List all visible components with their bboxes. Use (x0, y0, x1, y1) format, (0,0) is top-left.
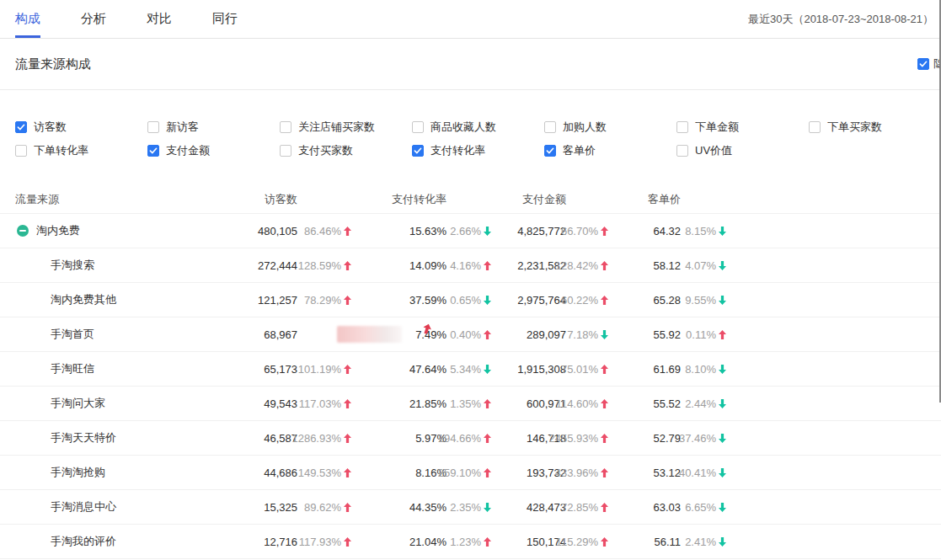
tab-list: 构成分析对比同行 (15, 0, 278, 38)
metric-checkbox-0-0[interactable]: 访客数 (15, 115, 147, 139)
metric-checkbox-label: 下单金额 (695, 120, 739, 135)
checkbox-unchecked-icon[interactable] (15, 145, 27, 157)
metric-value: 53.12 (608, 467, 681, 479)
checkbox-unchecked-icon[interactable] (147, 121, 159, 133)
table-row: 手淘问大家49,543117.03%21.85%1.35%600,971114.… (0, 387, 941, 421)
metric-value: 15.63% (351, 225, 446, 237)
checkbox-unchecked-icon[interactable] (280, 145, 291, 157)
metric-checkbox-0-4[interactable]: 加购人数 (544, 115, 676, 139)
checkbox-unchecked-icon[interactable] (676, 121, 688, 133)
metric-checkbox-1-4[interactable]: 客单价 (544, 139, 676, 163)
metric-change: 115.29% (566, 536, 608, 548)
checkbox-unchecked-icon[interactable] (544, 121, 556, 133)
tabbar: 构成分析对比同行 最近30天（2018-07-23~2018-08-21） (0, 0, 941, 39)
metric-checkbox-label: 访客数 (34, 120, 67, 135)
down-arrow-icon (601, 330, 608, 339)
metric-checkbox-0-3[interactable]: 商品收藏人数 (412, 115, 544, 139)
hide-toggle[interactable]: 隐 (917, 39, 941, 89)
source-name-cell: 淘内免费其他 (0, 292, 215, 307)
down-arrow-icon (484, 503, 491, 512)
metric-checkbox-1-3[interactable]: 支付转化率 (412, 139, 544, 163)
table-row: 淘内免费480,10586.46%15.63%2.66%4,825,77266.… (0, 214, 941, 248)
table-body: 淘内免费480,10586.46%15.63%2.66%4,825,77266.… (0, 214, 941, 559)
metric-value: 150,174 (491, 536, 566, 548)
checkbox-unchecked-icon[interactable] (412, 121, 424, 133)
metric-checkbox-1-1[interactable]: 支付金额 (147, 139, 280, 163)
source-name-cell: 手淘消息中心 (0, 499, 215, 515)
tab-1[interactable]: 分析 (81, 0, 106, 38)
metric-change: 2.41% (681, 536, 726, 548)
checkbox-checked-icon[interactable] (412, 145, 424, 157)
down-arrow-icon (719, 468, 726, 477)
checkbox-unchecked-icon[interactable] (280, 121, 291, 133)
metric-value: 5.97% (351, 432, 446, 445)
source-name: 手淘淘抢购 (51, 465, 105, 480)
metric-checkbox-label: 下单转化率 (34, 143, 88, 158)
metric-checkbox-0-6[interactable]: 下单买家数 (809, 115, 941, 139)
up-arrow-icon (344, 365, 351, 374)
checkbox-unchecked-icon[interactable] (676, 145, 688, 157)
metric-change: 114.60% (566, 397, 608, 410)
metric-change: 128.42% (566, 259, 608, 272)
metric-value: 58.12 (608, 259, 681, 272)
metric-value: 44.35% (351, 501, 446, 514)
metric-value: 21.85% (351, 397, 446, 410)
down-arrow-icon (484, 365, 491, 374)
source-name-cell: 手淘我的评价 (0, 534, 215, 549)
metric-change: 2.44% (681, 397, 726, 410)
source-name: 手淘旺信 (51, 361, 94, 376)
metric-change: 1286.93% (297, 432, 351, 445)
checkbox-checked-icon[interactable] (15, 121, 27, 133)
metric-checkbox-1-5[interactable]: UV价值 (676, 139, 809, 163)
source-name: 手淘问大家 (51, 396, 105, 411)
up-arrow-icon (344, 503, 351, 512)
metric-checkbox-0-1[interactable]: 新访客 (147, 115, 280, 139)
metric-change: 6.65% (681, 501, 726, 514)
up-arrow-icon (344, 537, 351, 547)
page-title: 流量来源构成 (15, 56, 91, 72)
checkbox-checked-icon[interactable] (147, 145, 159, 157)
down-arrow-icon (719, 537, 726, 547)
down-arrow-icon (719, 261, 726, 270)
metric-value: 12,716 (215, 536, 297, 548)
metric-checkbox-label: 支付转化率 (430, 143, 485, 158)
metric-checkbox-0-2[interactable]: 关注店铺买家数 (280, 115, 412, 139)
source-name-cell: 手淘天天特价 (0, 430, 215, 445)
down-arrow-icon (719, 227, 726, 236)
column-header-3: 支付金额 (491, 192, 566, 207)
column-header-source: 流量来源 (0, 192, 215, 207)
metric-checkbox-1-2[interactable]: 支付买家数 (280, 139, 412, 163)
checkbox-checked-icon[interactable] (544, 145, 556, 157)
metric-change: 101.19% (297, 363, 351, 376)
checkbox-checked-icon[interactable] (917, 58, 929, 70)
up-arrow-icon (601, 227, 608, 236)
collapse-toggle-icon[interactable] (17, 225, 29, 237)
metric-value: 52.79 (608, 432, 681, 445)
down-arrow-icon (484, 227, 491, 236)
metric-value: 15,325 (215, 501, 297, 514)
date-range-picker[interactable]: 最近30天（2018-07-23~2018-08-21） (748, 0, 933, 39)
down-arrow-icon (719, 434, 726, 443)
metric-change: 149.53% (297, 467, 351, 479)
metric-checkbox-1-0[interactable]: 下单转化率 (15, 139, 147, 163)
tab-2[interactable]: 对比 (147, 0, 172, 38)
tab-0[interactable]: 构成 (15, 0, 40, 38)
metric-value: 61.69 (608, 363, 681, 376)
metric-checkbox-label: 下单买家数 (827, 120, 882, 135)
up-arrow-icon (484, 330, 491, 339)
redacted-blur (337, 326, 402, 343)
up-arrow-icon (719, 330, 726, 339)
metric-checkbox-label: 加购人数 (563, 120, 607, 135)
up-arrow-icon (484, 537, 491, 547)
checkbox-unchecked-icon[interactable] (809, 121, 821, 133)
down-arrow-icon (484, 296, 491, 305)
tab-3[interactable]: 同行 (212, 0, 238, 38)
up-arrow-icon (601, 537, 608, 547)
metric-change: 4.07% (681, 259, 726, 272)
metric-checkbox-0-5[interactable]: 下单金额 (676, 115, 809, 139)
column-header-1: 访客数 (215, 192, 297, 207)
metric-value: 49,543 (215, 397, 297, 410)
up-arrow-icon (344, 296, 351, 305)
metric-value: 21.04% (351, 536, 446, 548)
up-arrow-icon (344, 434, 351, 443)
